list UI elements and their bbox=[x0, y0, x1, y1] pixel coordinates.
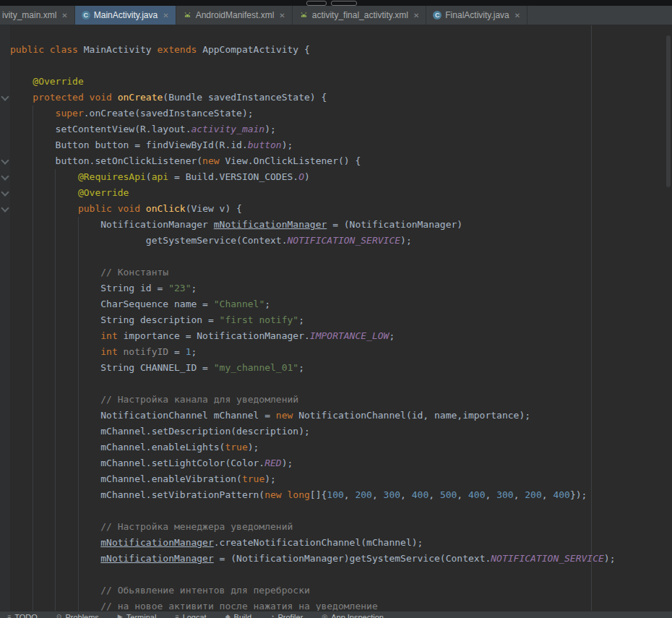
tab-close-icon[interactable]: ✕ bbox=[61, 12, 67, 20]
code-line[interactable]: int notifyID = 1; bbox=[10, 344, 616, 360]
toolwindow-label: Problems bbox=[65, 613, 98, 618]
code-line[interactable]: @Override bbox=[10, 185, 616, 201]
code-token: ); bbox=[282, 140, 293, 150]
code-token: }); bbox=[570, 489, 587, 500]
toolwindow-label: App Inspection bbox=[331, 613, 384, 618]
code-token: true bbox=[242, 473, 264, 484]
fold-marker[interactable] bbox=[1, 93, 9, 100]
code-token: mNotificationManager bbox=[214, 219, 327, 230]
code-line[interactable]: int importance = NotificationManager.IMP… bbox=[10, 328, 616, 344]
class-icon: C bbox=[82, 11, 90, 20]
code-line[interactable]: @RequiresApi(api = Build.VERSION_CODES.O… bbox=[10, 169, 616, 185]
fold-marker[interactable] bbox=[1, 156, 9, 164]
code-line[interactable]: String CHANNEL_ID = "my_channel_01"; bbox=[10, 360, 616, 376]
fold-marker[interactable] bbox=[1, 188, 9, 196]
tab-label: FinalActivity.java bbox=[445, 10, 509, 20]
code-line[interactable]: // Обьявление интентов для переброски bbox=[10, 583, 616, 598]
code-token: 500 bbox=[440, 489, 457, 500]
code-token: long bbox=[288, 489, 310, 500]
tab-bar: ivity_main.xml✕CMainActivity.java✕Androi… bbox=[0, 6, 672, 25]
code-line[interactable]: // Константы bbox=[10, 265, 616, 280]
code-token: ); bbox=[400, 235, 412, 246]
code-line[interactable] bbox=[10, 376, 616, 392]
code-line[interactable]: Button button = findViewById(R.id.button… bbox=[10, 137, 616, 153]
code-line[interactable]: protected void onCreate(Bundle savedInst… bbox=[10, 90, 616, 106]
code-line[interactable]: mChannel.enableLights(true); bbox=[10, 439, 616, 455]
code-token: IMPORTANCE_LOW bbox=[310, 330, 389, 341]
code-line[interactable]: getSystemService(Context.NOTIFICATION_SE… bbox=[10, 233, 616, 249]
profiler-icon: ◔ bbox=[270, 613, 274, 618]
android-icon bbox=[183, 11, 192, 20]
code-line[interactable]: mChannel.enableVibration(true); bbox=[10, 471, 616, 487]
toolwindow-button-build[interactable]: ◆Build bbox=[225, 613, 251, 618]
editor[interactable]: public class MainActivity extends AppCom… bbox=[0, 25, 672, 611]
code-token: ; bbox=[389, 330, 395, 341]
toolwindow-button-profiler[interactable]: ◔Profiler bbox=[270, 613, 303, 618]
code-token: String id = bbox=[10, 283, 168, 293]
code-token: mChannel.setDescription(description); bbox=[10, 426, 310, 437]
toolwindow-button-problems[interactable]: ⊙Problems bbox=[56, 613, 99, 618]
code-line[interactable]: super.onCreate(savedInstanceState); bbox=[10, 106, 616, 121]
code-token: button bbox=[248, 140, 282, 150]
code-line[interactable]: String id = "23"; bbox=[10, 280, 616, 296]
code-token: // на новое активити после нажатия на ув… bbox=[10, 601, 378, 611]
code-line[interactable]: CharSequence name = "Channel"; bbox=[10, 296, 616, 312]
tab-close-icon[interactable]: ✕ bbox=[413, 12, 419, 20]
code-line[interactable]: button.setOnClickListener(new View.OnCli… bbox=[10, 153, 616, 169]
code-line[interactable]: // Настройка менеджера уведомлений bbox=[10, 519, 616, 535]
tab-activity-final-activtity-xml[interactable]: activity_final_activtity.xml✕ bbox=[293, 6, 427, 25]
code-line[interactable] bbox=[10, 503, 616, 519]
toolwindow-button-logcat[interactable]: ≡Logcat bbox=[175, 613, 206, 618]
toolbar-button-partial[interactable] bbox=[306, 1, 327, 6]
code-line[interactable]: public class MainActivity extends AppCom… bbox=[10, 42, 616, 58]
code-line[interactable]: mChannel.setVibrationPattern(new long[]{… bbox=[10, 487, 616, 503]
toolwindow-label: Profiler bbox=[277, 613, 303, 618]
code-line[interactable]: NotificationChannel mChannel = new Notif… bbox=[10, 408, 616, 424]
toolwindow-button-terminal[interactable]: ▶Terminal bbox=[118, 613, 157, 618]
code-token: // Обьявление интентов для переброски bbox=[10, 585, 310, 596]
tab-close-icon[interactable]: ✕ bbox=[279, 12, 285, 20]
code-token: ) bbox=[304, 171, 310, 182]
code-line[interactable]: mNotificationManager.createNotificationC… bbox=[10, 535, 616, 551]
code-token: notifyID bbox=[124, 346, 169, 357]
code-line[interactable]: // на новое активити после нажатия на ув… bbox=[10, 598, 616, 611]
code-line[interactable]: mChannel.setLightColor(Color.RED); bbox=[10, 455, 616, 471]
code-line[interactable]: // Настройка канала для уведомлений bbox=[10, 392, 616, 408]
code-token: // Константы bbox=[10, 267, 168, 278]
tab-ivity-main-xml[interactable]: ivity_main.xml✕ bbox=[0, 6, 75, 25]
toolwindow-label: Logcat bbox=[183, 613, 207, 618]
code-token: // Настройка менеджера уведомлений bbox=[10, 521, 293, 532]
toolwindow-button-todo[interactable]: ≡TODO bbox=[7, 613, 38, 618]
code-token: AppCompatActivity { bbox=[197, 44, 310, 55]
status-bar-items: ≡TODO⊙Problems▶Terminal≡Logcat◆Build◔Pro… bbox=[0, 611, 672, 618]
code-token: true bbox=[225, 442, 247, 452]
tab-close-icon[interactable]: ✕ bbox=[514, 12, 520, 20]
tab-androidmanifest-xml[interactable]: AndroidManifest.xml✕ bbox=[176, 6, 293, 25]
scrollbar-thumb[interactable] bbox=[666, 35, 671, 187]
tab-close-icon[interactable]: ✕ bbox=[163, 12, 168, 20]
toolwindow-button-app-inspection[interactable]: ◎App Inspection bbox=[322, 613, 384, 618]
tab-finalactivity-java[interactable]: CFinalActivity.java✕ bbox=[426, 6, 527, 25]
code-token: = (NotificationManager)getSystemService(… bbox=[214, 553, 491, 564]
tab-mainactivity-java[interactable]: CMainActivity.java✕ bbox=[75, 6, 176, 25]
toolbar-button-partial[interactable] bbox=[331, 1, 357, 6]
code-token: api bbox=[152, 171, 168, 182]
code-line[interactable]: @Override bbox=[10, 74, 616, 90]
code-token bbox=[140, 203, 146, 214]
code-token: O bbox=[298, 171, 304, 182]
code-line[interactable] bbox=[10, 249, 616, 265]
code-line[interactable]: NotificationManager mNotificationManager… bbox=[10, 217, 616, 233]
fold-marker[interactable] bbox=[1, 204, 9, 212]
code-line[interactable] bbox=[10, 567, 616, 583]
toolwindow-label: TODO bbox=[14, 613, 38, 618]
code-line[interactable]: mNotificationManager = (NotificationMana… bbox=[10, 551, 616, 567]
code-token: public bbox=[10, 44, 44, 55]
code-line[interactable]: mChannel.setDescription(description); bbox=[10, 424, 616, 439]
code-token: void bbox=[90, 92, 112, 103]
code-line[interactable]: setContentView(R.layout.activity_main); bbox=[10, 121, 616, 137]
fold-marker[interactable] bbox=[1, 172, 9, 180]
code-line[interactable] bbox=[10, 58, 616, 74]
code-token bbox=[112, 203, 118, 214]
code-line[interactable]: public void onClick(View v) { bbox=[10, 201, 616, 217]
code-line[interactable]: String description = "first notify"; bbox=[10, 312, 616, 328]
